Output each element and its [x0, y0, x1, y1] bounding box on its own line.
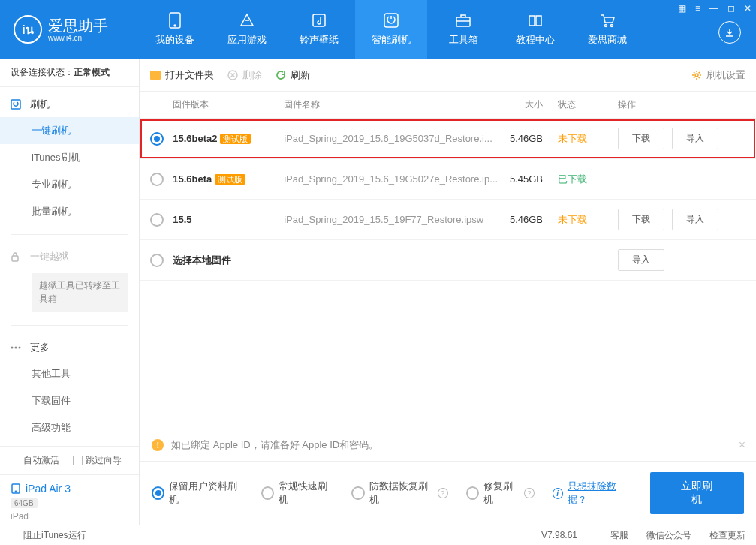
svg-rect-8	[12, 256, 18, 261]
close-icon[interactable]: ✕	[744, 3, 751, 14]
jailbreak-notice: 越狱工具已转移至工具箱	[32, 272, 128, 312]
alert-close-button[interactable]: ×	[739, 438, 745, 452]
version-cell: 15.5	[173, 214, 284, 225]
device-name-label: iPad Air 3	[26, 483, 71, 495]
apple-id-alert: ! 如已绑定 Apple ID，请准备好 Apple ID和密码。 ×	[140, 429, 756, 462]
import-button[interactable]: 导入	[672, 128, 718, 149]
beta-badge: 测试版	[215, 174, 245, 185]
actions-cell: 下载导入	[618, 209, 745, 230]
download-button[interactable]: 下载	[618, 209, 664, 230]
info-icon: i	[553, 488, 563, 499]
minimize-icon[interactable]: —	[709, 3, 718, 14]
nav-smart-flash[interactable]: 智能刷机	[355, 0, 427, 59]
svg-point-15	[695, 74, 698, 77]
sidebar-item-oneclick[interactable]: 一键刷机	[0, 117, 139, 144]
sidebar-item-download[interactable]: 下载固件	[0, 387, 139, 414]
menu-icon[interactable]: ≡	[695, 3, 700, 14]
row-radio[interactable]	[150, 254, 164, 267]
check-update-link[interactable]: 检查更新	[709, 529, 745, 542]
help-icon[interactable]: ?	[524, 488, 534, 498]
nav-ringtones[interactable]: 铃声壁纸	[283, 0, 355, 59]
col-name: 固件名称	[284, 98, 498, 111]
sidebar-more-head[interactable]: 更多	[0, 335, 139, 360]
opt-repair[interactable]: 修复刷机?	[466, 480, 535, 507]
grid-icon[interactable]: ▦	[678, 3, 686, 14]
app-title: 爱思助手	[48, 17, 108, 34]
actions-cell: 下载导入	[618, 128, 745, 149]
version-cell: 15.6beta测试版	[173, 173, 284, 185]
nav-toolbox[interactable]: 工具箱	[427, 0, 499, 59]
svg-point-10	[15, 347, 17, 349]
wechat-link[interactable]: 微信公众号	[646, 529, 691, 542]
nav-store[interactable]: 爱思商城	[571, 0, 643, 59]
flash-now-button[interactable]: 立即刷机	[650, 472, 744, 514]
nav-my-device[interactable]: 我的设备	[139, 0, 211, 59]
col-status: 状态	[558, 98, 618, 111]
svg-point-11	[19, 347, 21, 349]
table-header: 固件版本 固件名称 大小 状态 操作	[140, 92, 756, 119]
sidebar-item-advanced[interactable]: 高级功能	[0, 414, 139, 441]
open-folder-button[interactable]: 打开文件夹	[150, 68, 214, 82]
sidebar-flash-head[interactable]: 刷机	[0, 92, 139, 117]
svg-point-5	[605, 25, 607, 27]
version-cell: 15.6beta2测试版	[173, 133, 284, 145]
firmware-row[interactable]: 选择本地固件 导入	[140, 240, 756, 281]
refresh-button[interactable]: 刷新	[276, 68, 310, 82]
flash-options: 保留用户资料刷机 常规快速刷机 防数据恢复刷机? 修复刷机? i 只想抹除数据？…	[140, 462, 756, 525]
svg-point-1	[174, 25, 176, 26]
size-cell: 5.45GB	[498, 173, 558, 185]
svg-rect-4	[456, 17, 470, 26]
row-radio[interactable]	[150, 213, 164, 227]
app-subtitle: www.i4.cn	[48, 34, 108, 42]
import-button[interactable]: 导入	[672, 209, 718, 230]
nav-apps[interactable]: 应用游戏	[211, 0, 283, 59]
ipad-icon	[11, 483, 21, 494]
auto-activate-checkbox[interactable]: 自动激活	[11, 454, 59, 467]
firmware-row[interactable]: 15.6beta2测试版 iPad_Spring_2019_15.6_19G50…	[140, 119, 756, 159]
import-button[interactable]: 导入	[618, 249, 664, 271]
connection-status: 设备连接状态：正常模式	[0, 59, 139, 87]
lock-icon	[11, 251, 24, 262]
device-info: iPad Air 3 64GB iPad	[0, 474, 139, 529]
flash-settings-button[interactable]: 刷机设置	[691, 68, 745, 82]
folder-icon	[150, 71, 161, 80]
erase-data-link[interactable]: 只想抹除数据？	[568, 480, 632, 507]
download-button[interactable]: 下载	[618, 128, 664, 149]
skip-guide-checkbox[interactable]: 跳过向导	[73, 454, 122, 467]
svg-point-13	[15, 491, 16, 492]
delete-icon	[227, 70, 238, 80]
stop-itunes-checkbox[interactable]: 阻止iTunes运行	[11, 529, 86, 542]
version-label: V7.98.61	[541, 530, 577, 540]
delete-button[interactable]: 删除	[227, 68, 262, 82]
maximize-icon[interactable]: ◻	[727, 3, 735, 14]
version-cell: 选择本地固件	[173, 254, 284, 267]
row-radio[interactable]	[150, 132, 164, 146]
firmware-row[interactable]: 15.6beta测试版 iPad_Spring_2019_15.6_19G502…	[140, 159, 756, 200]
book-icon	[526, 12, 545, 29]
sidebar-item-batch[interactable]: 批量刷机	[0, 198, 139, 225]
opt-anti-recovery[interactable]: 防数据恢复刷机?	[351, 480, 447, 507]
size-cell: 5.46GB	[498, 214, 558, 225]
firmware-row[interactable]: 15.5 iPad_Spring_2019_15.5_19F77_Restore…	[140, 200, 756, 240]
status-cell: 已下载	[558, 173, 618, 186]
device-type-label: iPad	[11, 511, 128, 522]
filename-cell: iPad_Spring_2019_15.6_19G5037d_Restore.i…	[284, 133, 498, 144]
gear-icon	[691, 70, 702, 80]
nav: 我的设备 应用游戏 铃声壁纸 智能刷机 工具箱 教程中心 爱思商城	[139, 0, 756, 59]
opt-keep-data[interactable]: 保留用户资料刷机	[152, 480, 242, 507]
col-version: 固件版本	[173, 98, 284, 111]
col-size: 大小	[498, 98, 558, 111]
help-icon[interactable]: ?	[438, 488, 447, 498]
cart-icon	[598, 12, 617, 29]
nav-tutorial[interactable]: 教程中心	[499, 0, 571, 59]
sidebar-item-pro[interactable]: 专业刷机	[0, 171, 139, 198]
support-link[interactable]: 客服	[610, 529, 628, 542]
phone-icon	[165, 12, 185, 29]
row-radio[interactable]	[150, 173, 164, 186]
sidebar-item-other[interactable]: 其他工具	[0, 360, 139, 387]
sidebar-item-itunes[interactable]: iTunes刷机	[0, 144, 139, 171]
download-icon[interactable]	[718, 21, 741, 44]
opt-normal[interactable]: 常规快速刷机	[261, 480, 334, 507]
bottom-panel: ! 如已绑定 Apple ID，请准备好 Apple ID和密码。 × 保留用户…	[140, 429, 756, 525]
more-icon	[11, 346, 24, 349]
